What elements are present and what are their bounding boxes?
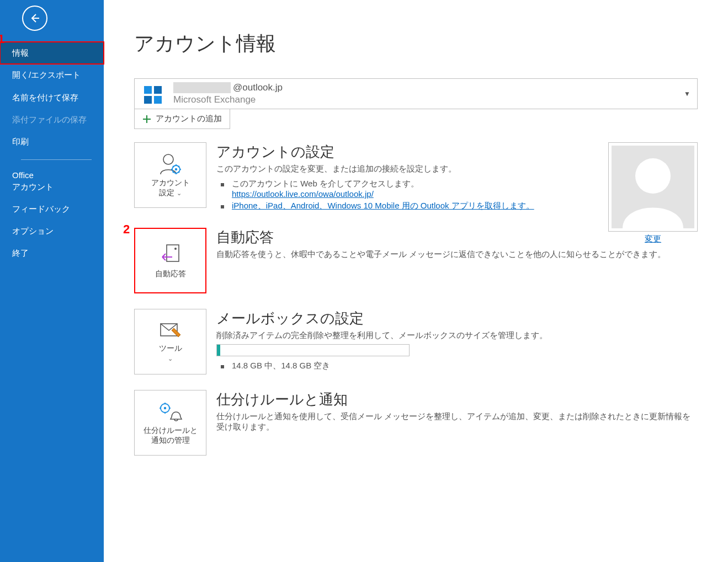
- sidebar-item-office-account[interactable]: Office アカウント: [0, 164, 104, 198]
- sidebar-item-save-as[interactable]: 名前を付けて保存: [0, 87, 104, 109]
- account-settings-tile-label: アカウント 設定 ⌄: [151, 178, 190, 197]
- auto-reply-icon: [159, 243, 182, 266]
- add-account-label: アカウントの追加: [156, 114, 222, 124]
- annotation-number-1: 1: [0, 32, 4, 46]
- auto-reply-desc: 自動応答を使うと、休暇中であることや電子メール メッセージに返信できないことを他…: [216, 249, 698, 260]
- svg-rect-0: [144, 86, 152, 94]
- svg-point-6: [174, 168, 177, 170]
- profile-placeholder-icon: [612, 146, 694, 228]
- mobile-apps-link[interactable]: iPhone、iPad、Android、Windows 10 Mobile 用の…: [232, 201, 534, 210]
- sidebar-item-save-attachments: 添付ファイルの保存: [0, 109, 104, 131]
- account-type: Microsoft Exchange: [173, 94, 283, 105]
- mailbox-quota-bar: [216, 344, 410, 356]
- rules-title: 仕分けルールと通知: [216, 390, 698, 409]
- mailbox-quota-text: 14.8 GB 中、14.8 GB 空き: [226, 360, 698, 372]
- mailbox-settings-desc: 削除済みアイテムの完全削除や整理を利用して、メールボックスのサイズを管理します。: [216, 330, 698, 341]
- svg-point-20: [163, 407, 166, 409]
- tools-tile[interactable]: ツール⌄: [134, 309, 206, 374]
- tools-tile-label: ツール⌄: [159, 344, 182, 363]
- sidebar-separator: [21, 159, 92, 160]
- sidebar-item-exit[interactable]: 終了: [0, 242, 104, 264]
- account-settings-tile[interactable]: アカウント 設定 ⌄: [134, 142, 206, 208]
- svg-rect-16: [167, 245, 179, 261]
- sidebar-item-print[interactable]: 印刷: [0, 131, 104, 153]
- page-title: アカウント情報: [134, 30, 698, 57]
- backstage-sidebar: 1 情報 開く/エクスポート 名前を付けて保存 添付ファイルの保存 印刷 Off…: [0, 0, 104, 562]
- account-lines: @outlook.jp Microsoft Exchange: [173, 82, 283, 105]
- auto-reply-tile[interactable]: 自動応答: [134, 228, 206, 293]
- annotation-number-2: 2: [123, 222, 130, 237]
- settings-bullet-mobile: iPhone、iPad、Android、Windows 10 Mobile 用の…: [226, 200, 593, 212]
- account-settings-title: アカウントの設定: [216, 142, 593, 162]
- add-account-button[interactable]: アカウントの追加: [134, 109, 230, 129]
- svg-point-4: [163, 154, 173, 164]
- main-content: アカウント情報 @outlook.jp Microsoft Exchange ▼…: [104, 0, 728, 562]
- exchange-icon: [141, 82, 164, 105]
- mailbox-tools-icon: [158, 320, 183, 340]
- rules-tile[interactable]: 仕分けルールと 通知の管理: [134, 390, 206, 456]
- svg-rect-1: [154, 86, 162, 94]
- svg-point-15: [635, 158, 671, 194]
- rules-tile-label: 仕分けルールと 通知の管理: [144, 426, 198, 445]
- account-email-redacted: [173, 82, 231, 93]
- rules-desc: 仕分けルールと通知を使用して、受信メール メッセージを整理し、アイテムが追加、変…: [216, 411, 698, 432]
- arrow-left-icon: [28, 12, 41, 25]
- sidebar-item-open-export[interactable]: 開く/エクスポート: [0, 64, 104, 86]
- back-button[interactable]: [22, 6, 47, 31]
- chevron-down-icon: ⌄: [177, 190, 182, 196]
- profile-picture-frame: [608, 142, 698, 232]
- chevron-down-icon: ⌄: [168, 355, 173, 362]
- svg-rect-3: [154, 96, 162, 104]
- svg-rect-2: [144, 96, 152, 104]
- account-selector[interactable]: @outlook.jp Microsoft Exchange ▼: [134, 78, 698, 109]
- settings-bullet-owa: このアカウントに Web を介してアクセスします。 https://outloo…: [226, 178, 593, 200]
- owa-link[interactable]: https://outlook.live.com/owa/outlook.jp/: [232, 189, 374, 199]
- plus-icon: [142, 115, 151, 124]
- mailbox-settings-title: メールボックスの設定: [216, 309, 698, 328]
- sidebar-item-feedback[interactable]: フィードバック: [0, 198, 104, 220]
- person-gear-icon: [158, 153, 183, 175]
- auto-reply-title: 自動応答: [216, 228, 698, 247]
- sidebar-item-info[interactable]: 情報: [0, 42, 104, 64]
- chevron-down-icon: ▼: [684, 90, 690, 98]
- svg-point-17: [174, 248, 177, 250]
- account-settings-desc: このアカウントの設定を変更、または追加の接続を設定します。: [216, 164, 593, 174]
- sidebar-item-options[interactable]: オプション: [0, 220, 104, 242]
- account-email-suffix: @outlook.jp: [233, 82, 283, 93]
- auto-reply-tile-label: 自動応答: [155, 269, 186, 279]
- rules-bell-gear-icon: [157, 400, 184, 422]
